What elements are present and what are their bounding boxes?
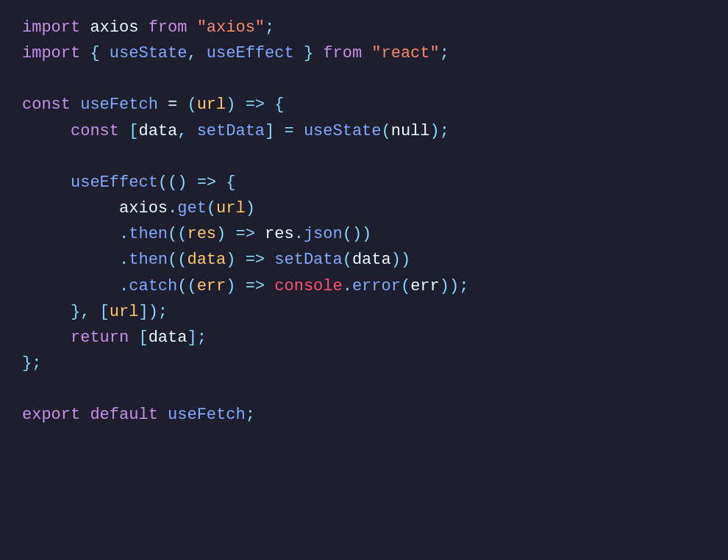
code-token: )) — [391, 247, 410, 273]
code-line: useEffect(() => { — [22, 170, 706, 195]
code-token: ) — [226, 273, 245, 299]
code-token: export — [22, 402, 90, 428]
code-token: ] = — [265, 118, 304, 144]
code-token: [ — [138, 325, 148, 351]
code-token: , — [187, 40, 206, 66]
code-token: , — [177, 118, 196, 144]
code-token — [22, 118, 71, 144]
code-token: ]; — [187, 325, 206, 351]
code-token: ( — [187, 92, 196, 118]
code-token: ( — [343, 247, 352, 273]
code-token: . — [119, 247, 129, 273]
code-token: )); — [440, 273, 469, 299]
code-token: useEffect — [207, 40, 294, 66]
code-token: err — [197, 273, 226, 299]
code-token — [22, 299, 71, 325]
code-token: [ — [129, 118, 138, 144]
code-token: => — [246, 247, 275, 273]
code-token: ; — [246, 402, 255, 428]
code-line: export default useFetch; — [22, 402, 706, 428]
code-token: get — [177, 195, 207, 221]
code-token: ; — [440, 40, 449, 66]
code-token: ()) — [343, 221, 372, 247]
code-token: then — [129, 221, 168, 247]
code-token: () — [168, 170, 197, 195]
code-token: { — [226, 170, 235, 195]
code-token: error — [352, 273, 401, 299]
code-line: import { useState, useEffect } from "rea… — [22, 40, 706, 66]
code-token: ]); — [138, 299, 168, 325]
code-token: { — [90, 40, 109, 66]
code-line: .catch((err) => console.error(err)); — [22, 273, 706, 299]
code-token: } — [294, 40, 324, 66]
code-line: .then((data) => setData(data)) — [22, 247, 706, 273]
code-token: default — [90, 402, 168, 428]
code-token: data — [352, 247, 391, 273]
code-token: useFetch — [80, 92, 168, 118]
code-token: => — [235, 221, 265, 247]
code-token: { — [274, 92, 284, 118]
code-line — [22, 376, 706, 402]
code-token: res — [265, 221, 294, 247]
code-token: import — [22, 40, 90, 66]
code-token: ) — [226, 92, 245, 118]
code-token: catch — [129, 273, 177, 299]
code-line: }, [url]); — [22, 299, 706, 325]
code-token: axios — [119, 195, 168, 221]
code-token: . — [119, 273, 129, 299]
code-token: => — [246, 273, 275, 299]
code-token: => — [246, 92, 275, 118]
code-line — [22, 144, 706, 170]
code-line: .then((res) => res.json()) — [22, 221, 706, 247]
code-token: null — [391, 118, 430, 144]
code-token: data — [187, 247, 226, 273]
code-token: url — [110, 299, 139, 325]
code-token: "axios" — [197, 15, 265, 40]
code-token: setData — [197, 118, 265, 144]
code-token: url — [197, 92, 226, 118]
code-token: from — [149, 15, 197, 40]
code-token: ; — [265, 15, 274, 40]
code-token — [22, 221, 119, 247]
code-token: ) — [246, 195, 255, 221]
code-token: = — [168, 92, 187, 118]
code-token: . — [294, 221, 304, 247]
code-token: const — [71, 118, 129, 144]
code-token — [22, 195, 119, 221]
code-token — [22, 170, 71, 195]
code-token: useEffect — [71, 170, 158, 195]
code-token: ( — [158, 170, 168, 195]
code-token: . — [168, 195, 177, 221]
code-token: const — [22, 92, 80, 118]
code-line: const [data, setData] = useState(null); — [22, 118, 706, 144]
code-token: ( — [401, 273, 410, 299]
code-line — [22, 66, 706, 92]
code-token: (( — [168, 247, 187, 273]
code-token — [22, 325, 71, 351]
code-token: from — [323, 40, 371, 66]
code-token: axios — [90, 15, 148, 40]
code-token: . — [119, 221, 129, 247]
code-token: import — [22, 15, 90, 40]
code-token: console — [274, 273, 342, 299]
code-token: "react" — [371, 40, 439, 66]
code-token: ); — [430, 118, 449, 144]
code-token: data — [138, 118, 177, 144]
code-token: (( — [168, 221, 187, 247]
code-token: setData — [274, 247, 342, 273]
code-token: then — [129, 247, 168, 273]
code-token: url — [216, 195, 246, 221]
code-line: }; — [22, 351, 706, 376]
code-token: . — [343, 273, 352, 299]
code-token: useState — [110, 40, 188, 66]
code-token: => — [197, 170, 226, 195]
code-token: }; — [22, 351, 41, 376]
code-token: useFetch — [168, 402, 246, 428]
code-token: (( — [177, 273, 196, 299]
code-editor: import axios from "axios";import { useSt… — [0, 0, 728, 560]
code-token: json — [304, 221, 343, 247]
code-token: ) — [216, 221, 235, 247]
code-token: res — [187, 221, 216, 247]
code-line: return [data]; — [22, 325, 706, 351]
code-token: return — [71, 325, 138, 351]
